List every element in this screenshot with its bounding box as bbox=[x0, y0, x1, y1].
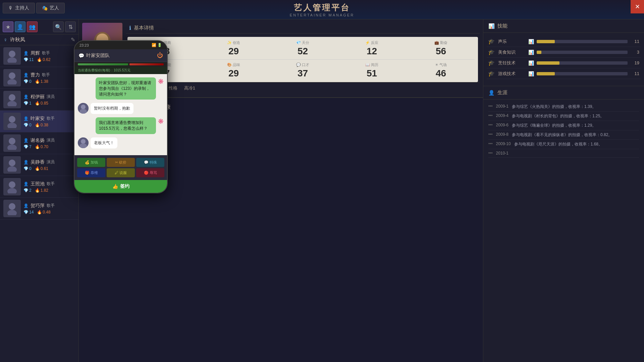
person-stat-blue: 💎1 bbox=[23, 101, 32, 106]
bio-text: 参与电视剧《咫尺天涯》的拍摄，收视率：1.68。 bbox=[514, 141, 602, 147]
svg-point-13 bbox=[9, 138, 15, 144]
stat-cell: 💬口才 37 bbox=[269, 62, 336, 79]
svg-point-1 bbox=[9, 51, 15, 57]
chat-title: 💬 叶家安团队 bbox=[78, 53, 110, 59]
person-stat-blue: 💎0 bbox=[23, 123, 32, 127]
chat-action-btn[interactable]: ✂砍价 bbox=[107, 158, 135, 167]
person-item[interactable]: 👤 周辉 歌手 💎11 🔥0.62 bbox=[0, 45, 78, 67]
svg-point-7 bbox=[9, 94, 15, 101]
person-gender-icon: 👤 bbox=[23, 95, 29, 99]
bio-text: 参与电视剧《村长的背包》的拍摄，收视率：1.25。 bbox=[512, 113, 604, 119]
bio-item: ••• 2009-8 参与电视剧《看不见的操纵者》的拍摄，收视率：0.82。 bbox=[488, 130, 639, 140]
skill-item: 🎓 美食知识 📊 3 bbox=[487, 47, 641, 58]
chat-action-buttons: 💰加钱✂砍价💬特殊🎁恭维🖊说服🔴辱骂 bbox=[74, 155, 167, 180]
person-item[interactable]: 👤 吴静香 演员 💎0 🔥0.61 bbox=[0, 154, 78, 176]
person-role: 演员 bbox=[47, 137, 55, 143]
person-item[interactable]: 👤 曹力 歌手 💎0 🔥1.38 bbox=[0, 67, 78, 89]
phone-indicators: 📶 🔋 bbox=[152, 43, 162, 47]
sort-btn[interactable]: ⇅ bbox=[65, 21, 76, 32]
skill-item: 🎓 烹饪技术 📊 19 bbox=[487, 58, 641, 68]
chat-action-btn[interactable]: 🎁恭维 bbox=[77, 168, 105, 177]
stat-cell: 📖阅历 51 bbox=[338, 62, 406, 79]
top-nav: 🎙 主持人 🎭 艺人 bbox=[0, 0, 67, 16]
person-stat-blue: 💎14 bbox=[23, 210, 34, 215]
close-button[interactable]: ✕ bbox=[631, 0, 644, 13]
chat-action-btn[interactable]: 💰加钱 bbox=[77, 158, 105, 167]
chat-action-btn[interactable]: 🔴辱骂 bbox=[136, 168, 164, 177]
artist-nav-button[interactable]: 🎭 艺人 bbox=[36, 3, 65, 13]
diamond-icon: 💎 bbox=[23, 144, 29, 149]
person-role: 演员 bbox=[47, 159, 55, 165]
chat-action-btn[interactable]: 🖊说服 bbox=[107, 168, 135, 177]
stat-icon: ☀ bbox=[435, 63, 438, 67]
diamond-icon: 💎 bbox=[23, 101, 29, 106]
stat-cell: 🎨品味 29 bbox=[200, 62, 267, 79]
btn-label: 恭维 bbox=[91, 170, 98, 175]
svg-point-31 bbox=[81, 139, 86, 144]
stat-icon: ⚡ bbox=[365, 41, 370, 45]
svg-point-28 bbox=[81, 105, 86, 109]
chat-avatar bbox=[78, 103, 89, 114]
person-stat-orange: 🔥0.85 bbox=[35, 101, 48, 106]
host-nav-button[interactable]: 🎙 主持人 bbox=[3, 3, 35, 13]
filter-person-btn[interactable]: 👥 bbox=[27, 21, 38, 32]
stat-value: 46 bbox=[407, 68, 475, 79]
person-item[interactable]: 👤 程伊丽 演员 💎1 🔥0.85 bbox=[0, 89, 78, 111]
svg-point-10 bbox=[9, 116, 15, 123]
chat-message: 暂时没有档期，抱歉 bbox=[78, 103, 164, 114]
person-name: 周辉 bbox=[31, 50, 40, 56]
person-item[interactable]: 👤 谢名扬 演员 💎7 🔥0.70 bbox=[0, 132, 78, 154]
person-role: 歌手 bbox=[47, 203, 55, 208]
stat-icon: ✨ bbox=[227, 41, 232, 45]
chat-bubble-mine: 我们愿意将通告费增加到1015.5万元，您看怎么样？ bbox=[96, 117, 156, 134]
profile-details: ℹ 基本详情 💡情商 48 ✨创造 29 💎天分 52 ⚡反应 12 bbox=[126, 23, 480, 94]
filter-photo-btn[interactable]: 👤 bbox=[15, 21, 25, 32]
btn-icon: 💬 bbox=[144, 160, 149, 165]
btn-label: 特殊 bbox=[150, 160, 157, 165]
flame-icon: 🔥 bbox=[37, 210, 42, 215]
stat-cell: ✨创造 29 bbox=[200, 40, 267, 57]
title-text: 艺人管理平台 ENTERTAINER MANAGER bbox=[290, 2, 354, 17]
skill-name: 美食知识 bbox=[498, 49, 525, 55]
stat-icon: 🎨 bbox=[227, 63, 232, 67]
chat-message: ❋ 我们愿意将通告费增加到1015.5万元，您看怎么样？ bbox=[78, 117, 164, 134]
flame-icon: 🔥 bbox=[35, 166, 40, 171]
chat-body: ❋ 叶家安团队您好，现郑重邀请您参与我台《123》的录制，请问意向如何？ 暂时没… bbox=[74, 74, 167, 155]
stat-icon: 📖 bbox=[365, 63, 370, 67]
person-item[interactable]: 👤 叶家安 歌手 💎0 🔥0.38 bbox=[0, 111, 78, 132]
skill-icon: 🎓 bbox=[488, 70, 495, 77]
stat-cell: 💎天分 52 bbox=[269, 40, 336, 57]
gender-icon: ♀ bbox=[3, 37, 7, 43]
attr-bars bbox=[74, 62, 167, 67]
flame-icon: 🔥 bbox=[35, 123, 40, 127]
chat-action-btn[interactable]: 💬特殊 bbox=[136, 158, 164, 167]
stat-icon: 💬 bbox=[296, 63, 301, 67]
person-stat-blue: 💎2 bbox=[23, 188, 32, 193]
person-avatar bbox=[3, 91, 21, 108]
filter-star-btn[interactable]: ★ bbox=[3, 21, 13, 32]
edit-icon[interactable]: ✎ bbox=[71, 37, 75, 43]
search-btn[interactable]: 🔍 bbox=[53, 21, 64, 32]
person-item[interactable]: 👤 贺巧萍 歌手 💎14 🔥0.48 bbox=[0, 198, 78, 220]
power-icon[interactable]: ⏻ bbox=[157, 52, 163, 59]
person-stat-orange: 🔥0.48 bbox=[37, 210, 50, 215]
skill-value: 11 bbox=[631, 39, 639, 44]
person-item[interactable]: 👤 王照池 歌手 💎2 🔥1.82 bbox=[0, 176, 78, 198]
bio-text: 参与电视剧《看不见的操纵者》的拍摄，收视率：0.82。 bbox=[512, 132, 612, 138]
info-icon: ℹ bbox=[129, 25, 131, 31]
person-role: 歌手 bbox=[42, 72, 50, 78]
stat-label: 🎨品味 bbox=[200, 62, 267, 67]
phone-time: 23:23 bbox=[79, 43, 89, 47]
skill-list: 🎓 声乐 📊 11 🎓 美食知识 📊 3 🎓 烹饪技术 📊 19 bbox=[483, 33, 644, 82]
diamond-icon: 💎 bbox=[23, 123, 29, 127]
bio-date: 2010-1 bbox=[496, 151, 508, 156]
bio-item: ••• 2009-6 参与综艺《嗨遍全球》的拍摄，收视率：1.29。 bbox=[488, 121, 639, 130]
stat-value: 29 bbox=[200, 46, 267, 57]
person-list: 👤 周辉 歌手 💎11 🔥0.62 👤 曹力 歌手 bbox=[0, 45, 78, 362]
skill-bar-fill bbox=[537, 72, 555, 75]
person-role: 歌手 bbox=[47, 181, 55, 187]
stat-label: ⚡反应 bbox=[338, 40, 406, 45]
skill-bar-bg bbox=[537, 40, 628, 43]
sign-button[interactable]: 👍签约 bbox=[74, 180, 167, 193]
flower-icon: ❋ bbox=[158, 117, 164, 125]
